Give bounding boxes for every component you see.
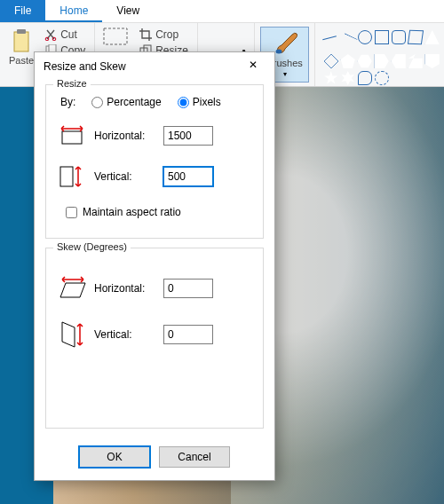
skew-vertical-input[interactable] (163, 325, 213, 344)
menu-file[interactable]: File (0, 0, 45, 22)
crop-icon (139, 28, 152, 41)
resize-vertical-label: Vertical: (94, 170, 156, 183)
skew-horizontal-icon (57, 275, 87, 302)
skew-section: Skew (Degrees) Horizontal: Vertical: (45, 248, 264, 429)
shape-star5-icon[interactable] (324, 71, 338, 85)
maintain-aspect-checkbox[interactable]: Maintain aspect ratio (66, 206, 252, 218)
shape-speech-icon[interactable] (358, 71, 372, 85)
shape-oval-icon[interactable] (358, 30, 372, 44)
dialog-title: Resize and Skew (44, 60, 241, 73)
shape-diamond-icon[interactable] (323, 54, 338, 69)
select-button[interactable] (100, 27, 131, 50)
paste-label: Paste (9, 55, 34, 66)
cut-label: Cut (60, 28, 77, 41)
shape-triangle-icon[interactable] (425, 30, 440, 44)
maintain-aspect-label: Maintain aspect ratio (83, 206, 181, 218)
resize-section: Resize By: Percentage Pixels Horizontal: (45, 84, 264, 239)
svg-rect-11 (60, 167, 73, 186)
shape-roundrect-icon[interactable] (392, 30, 406, 44)
resize-legend: Resize (53, 78, 91, 89)
resize-horizontal-label: Horizontal: (94, 130, 156, 142)
shape-star6-icon[interactable] (341, 71, 355, 85)
cancel-button[interactable]: Cancel (159, 446, 230, 468)
close-icon: ✕ (249, 59, 258, 71)
shape-line-icon[interactable] (322, 35, 340, 53)
pixels-radio-input[interactable] (178, 97, 189, 108)
resize-skew-dialog: Resize and Skew ✕ Resize By: Percentage … (34, 51, 275, 481)
select-icon (102, 27, 129, 50)
menu-view[interactable]: View (102, 0, 154, 22)
resize-horizontal-icon (57, 122, 87, 149)
shape-arrowL-icon[interactable] (392, 54, 406, 68)
skew-vertical-icon (57, 321, 87, 348)
svg-marker-12 (60, 283, 85, 297)
crop-label: Crop (155, 28, 178, 41)
resize-vertical-input[interactable] (163, 167, 213, 186)
menu-home[interactable]: Home (45, 0, 102, 22)
resize-vertical-icon (57, 163, 87, 190)
close-button[interactable]: ✕ (241, 57, 266, 76)
shape-polygon-icon[interactable] (408, 30, 424, 45)
svg-rect-10 (62, 131, 82, 144)
chevron-down-icon: ▾ (283, 70, 287, 78)
svg-marker-13 (62, 322, 75, 347)
skew-horizontal-input[interactable] (163, 279, 213, 298)
resize-horizontal-input[interactable] (163, 126, 213, 146)
skew-legend: Skew (Degrees) (53, 241, 131, 252)
dialog-buttons: OK Cancel (45, 437, 264, 480)
svg-rect-6 (104, 28, 127, 44)
brush-icon (273, 31, 297, 56)
ok-button[interactable]: OK (79, 446, 150, 468)
percentage-label: Percentage (107, 96, 161, 108)
cut-icon (44, 28, 57, 41)
by-label: By: (60, 96, 75, 108)
shape-arrowU-icon[interactable] (408, 54, 423, 68)
menu-bar: File Home View (0, 0, 444, 23)
shapes-group (315, 23, 444, 86)
pixels-label: Pixels (193, 96, 221, 108)
shape-hexagon-icon[interactable] (358, 54, 372, 68)
svg-rect-1 (17, 29, 26, 34)
shape-cloud-icon[interactable] (375, 71, 389, 85)
dialog-titlebar: Resize and Skew ✕ (35, 52, 274, 81)
svg-point-9 (275, 50, 281, 54)
shape-arrowR-icon[interactable] (375, 54, 389, 68)
shape-pentagon-icon[interactable] (341, 54, 355, 68)
crop-button[interactable]: Crop (136, 27, 192, 43)
paste-icon (12, 28, 31, 53)
svg-rect-0 (14, 32, 28, 51)
pixels-radio[interactable]: Pixels (178, 96, 221, 108)
percentage-radio[interactable]: Percentage (91, 96, 161, 108)
shape-rect-icon[interactable] (375, 30, 389, 44)
skew-horizontal-label: Horizontal: (94, 282, 156, 295)
cut-button[interactable]: Cut (41, 27, 89, 43)
shape-curve-icon[interactable] (338, 33, 357, 51)
percentage-radio-input[interactable] (91, 97, 103, 108)
shapes-gallery[interactable] (321, 27, 443, 89)
paste-button[interactable]: Paste (5, 27, 37, 67)
shape-arrowD-icon[interactable] (425, 54, 440, 68)
maintain-aspect-input[interactable] (66, 207, 77, 218)
skew-vertical-label: Vertical: (94, 328, 156, 341)
